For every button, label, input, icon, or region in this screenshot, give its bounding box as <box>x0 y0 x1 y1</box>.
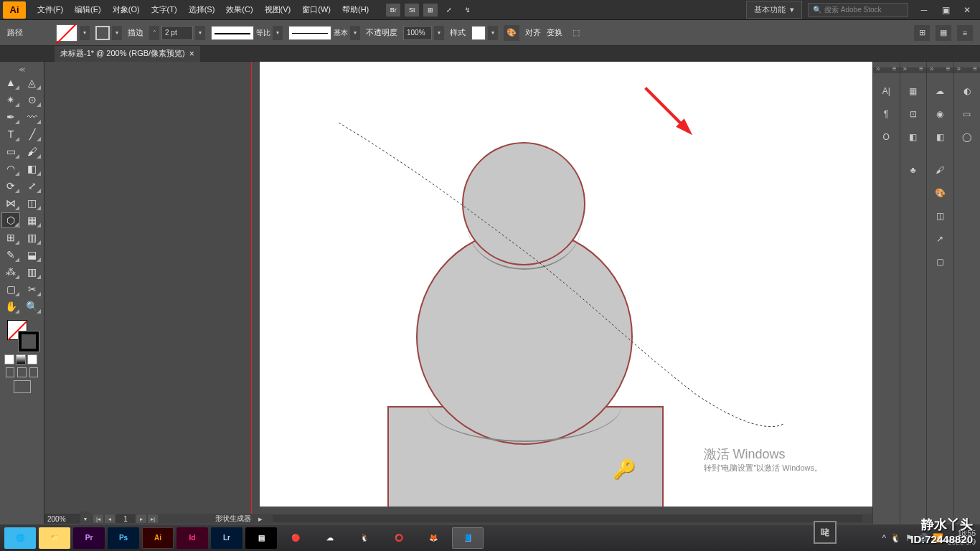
lasso-tool[interactable]: ⊙ <box>23 92 42 108</box>
curvature-tool[interactable]: 〰 <box>23 109 42 125</box>
blend-tool[interactable]: ⬓ <box>23 247 42 263</box>
style-dropdown[interactable]: ▾ <box>488 26 498 40</box>
pen-tool[interactable]: ✒ <box>1 109 20 125</box>
paragraph-panel-icon[interactable]: ¶ <box>878 106 894 122</box>
eraser-tool[interactable]: ◧ <box>23 161 42 176</box>
mesh-tool[interactable]: ⊞ <box>1 230 20 245</box>
taskbar-photoshop[interactable]: Ps <box>108 527 139 549</box>
color-mode-none[interactable] <box>27 354 37 364</box>
shape-builder-tool[interactable]: ⬡ <box>1 212 20 228</box>
shaper-tool[interactable]: ◠ <box>1 161 20 176</box>
align-pixel-icon[interactable]: ⊞ <box>914 25 930 41</box>
width-tool[interactable]: ⋈ <box>1 195 20 211</box>
brush-def[interactable] <box>288 26 331 40</box>
stroke-color-box[interactable] <box>19 331 39 352</box>
graph-tool[interactable]: ▥ <box>23 264 42 280</box>
taskbar-chrome[interactable]: ⭕ <box>383 527 415 549</box>
stroke-decrease[interactable]: ⌃ <box>149 26 159 40</box>
character-panel-icon[interactable]: A| <box>878 83 894 99</box>
bridge-icon[interactable]: Br <box>386 4 400 17</box>
panel-menu-icon[interactable]: ≡ <box>957 25 973 41</box>
artboard-tool[interactable]: ▢ <box>1 281 20 297</box>
magic-wand-tool[interactable]: ✴ <box>1 92 20 108</box>
rectangle-tool[interactable]: ▭ <box>1 143 20 159</box>
align-label[interactable]: 对齐 <box>525 27 541 38</box>
brush-dropdown[interactable]: ▾ <box>350 26 360 40</box>
zoom-display[interactable]: 200% <box>44 514 80 524</box>
taskbar-illustrator[interactable]: Ai <box>142 527 174 549</box>
taskbar-indesign[interactable]: Id <box>176 527 208 549</box>
symbol-sprayer-tool[interactable]: ⁂ <box>1 264 20 280</box>
fill-swatch[interactable] <box>56 24 77 42</box>
menu-file[interactable]: 文件(F) <box>32 0 69 19</box>
opacity-dropdown[interactable]: ▾ <box>434 26 444 40</box>
menu-edit[interactable]: 编辑(E) <box>69 0 107 19</box>
align-panel-icon[interactable]: ▦ <box>905 83 921 99</box>
fill-dropdown[interactable]: ▾ <box>80 26 90 40</box>
hand-tool[interactable]: ✋ <box>1 298 20 314</box>
graphic-styles-panel-icon[interactable]: ◧ <box>932 129 948 145</box>
maximize-button[interactable]: ▣ <box>936 3 956 17</box>
taskbar-browser[interactable]: 🌐 <box>4 527 36 549</box>
zoom-tool[interactable]: 🔍 <box>23 298 42 314</box>
menu-object[interactable]: 对象(O) <box>107 0 146 19</box>
taskbar-premiere[interactable]: Pr <box>73 527 105 549</box>
next-artboard[interactable]: ▸ <box>136 514 146 523</box>
brushes-panel-icon[interactable]: 🖌 <box>932 162 948 178</box>
stroke-profile[interactable] <box>211 26 254 40</box>
taskbar-app-13[interactable]: 📘 <box>452 527 484 549</box>
stroke-dropdown[interactable]: ▾ <box>112 26 122 40</box>
screen-mode[interactable] <box>14 380 31 393</box>
transform-label[interactable]: 变换 <box>547 27 562 38</box>
free-transform-tool[interactable]: ◫ <box>23 195 42 211</box>
menu-select[interactable]: 选择(S) <box>183 0 221 19</box>
transform-panel-icon[interactable]: ▦ <box>936 25 951 41</box>
taskbar-app-8[interactable]: 🔴 <box>280 527 311 549</box>
color-mode-gradient[interactable] <box>16 354 26 364</box>
transform-panel-icon[interactable]: ⊡ <box>905 106 921 122</box>
color-guide-panel-icon[interactable]: ▭ <box>959 106 975 122</box>
slice-tool[interactable]: ✂ <box>23 281 42 297</box>
asset-export-panel-icon[interactable]: ↗ <box>932 231 948 247</box>
minimize-button[interactable]: ─ <box>914 3 934 17</box>
profile-dropdown[interactable]: ▾ <box>273 26 283 40</box>
scale-tool[interactable]: ⤢ <box>23 178 42 194</box>
taskbar-explorer[interactable]: 📁 <box>39 527 70 549</box>
menu-effect[interactable]: 效果(C) <box>220 0 258 19</box>
perspective-grid-tool[interactable]: ▦ <box>23 212 42 228</box>
stroke-width-dropdown[interactable]: ▾ <box>195 26 205 40</box>
tray-qq-icon[interactable]: 🐧 <box>890 533 901 543</box>
opentype-panel-icon[interactable]: O <box>878 129 894 145</box>
artboard-number[interactable]: 1 <box>116 514 135 523</box>
zoom-dropdown[interactable]: ▾ <box>80 512 90 524</box>
opacity-input[interactable] <box>403 26 432 40</box>
style-swatch[interactable] <box>471 26 486 40</box>
taskbar-firefox[interactable]: 🦊 <box>418 527 449 549</box>
layers-panel-icon[interactable]: ◫ <box>932 208 948 224</box>
artboards-panel-icon[interactable]: ▢ <box>932 254 948 270</box>
search-input[interactable]: 🔍 搜索 Adobe Stock <box>808 3 908 17</box>
line-tool[interactable]: ╱ <box>23 126 42 142</box>
draw-normal[interactable] <box>6 367 14 377</box>
rotate-tool[interactable]: ⟳ <box>1 178 20 194</box>
workspace-switcher[interactable]: 基本功能 ▾ <box>746 1 802 19</box>
first-artboard[interactable]: |◂ <box>93 514 103 523</box>
taskbar-app-9[interactable]: ☁ <box>314 527 346 549</box>
close-button[interactable]: ✕ <box>957 3 977 17</box>
color-mode-solid[interactable] <box>4 354 14 364</box>
status-arrow-icon[interactable]: ▸ <box>258 514 263 524</box>
menu-view[interactable]: 视图(V) <box>259 0 297 19</box>
gpu-icon[interactable]: ⤢ <box>442 4 456 17</box>
sync-icon[interactable]: ↯ <box>461 4 475 17</box>
type-tool[interactable]: T <box>1 126 20 142</box>
recolor-button[interactable]: 🎨 <box>504 25 519 41</box>
arrange-icon[interactable]: ⊞ <box>423 4 438 17</box>
symbols-panel-icon[interactable]: ♣ <box>905 162 921 178</box>
fill-stroke-control[interactable] <box>7 320 39 352</box>
appearance-panel-icon[interactable]: ◉ <box>932 106 948 122</box>
document-tab[interactable]: 未标题-1* @ 200% (RGB/像素预览) × <box>55 46 200 62</box>
paintbrush-tool[interactable]: 🖌 <box>23 143 42 159</box>
stock-icon[interactable]: St <box>405 4 419 17</box>
last-artboard[interactable]: ▸| <box>148 514 158 523</box>
stroke-panel-icon[interactable]: ◯ <box>959 129 975 145</box>
